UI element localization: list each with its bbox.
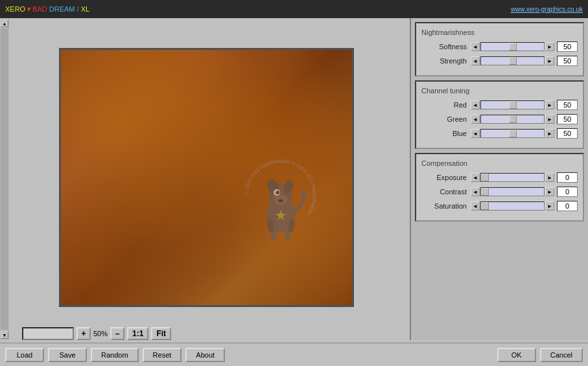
green-value[interactable]: 50 — [557, 114, 578, 124]
contrast-right-arrow[interactable]: ► — [545, 187, 554, 196]
app-title: XERO▼BAD DREAM / XL — [5, 5, 89, 13]
green-right-arrow[interactable]: ► — [545, 115, 554, 124]
preview-container: © 2008-2011 HappyRatplan © 2008-2011 Hap… — [9, 18, 410, 340]
exposure-left-arrow[interactable]: ◄ — [471, 173, 480, 182]
about-button[interactable]: About — [185, 348, 225, 362]
green-slider-track: ◄ ► — [471, 115, 554, 124]
exposure-value[interactable]: 0 — [557, 172, 578, 183]
red-slider-bar[interactable] — [480, 100, 545, 109]
blue-row: Blue ◄ ► 50 — [421, 128, 578, 139]
saturation-label: Saturation — [421, 202, 467, 210]
reset-button[interactable]: Reset — [143, 348, 182, 362]
strength-slider-bar[interactable] — [480, 56, 545, 65]
blue-thumb[interactable] — [509, 130, 517, 137]
strength-right-arrow[interactable]: ► — [545, 56, 554, 65]
strength-value[interactable]: 50 — [557, 56, 578, 66]
title-arrow: ▼ — [25, 5, 32, 13]
softness-thumb[interactable] — [509, 43, 517, 51]
blue-label: Blue — [421, 130, 467, 137]
exposure-thumb[interactable] — [481, 174, 489, 181]
contrast-slider-bar[interactable] — [480, 187, 545, 196]
title-slash: / — [77, 5, 79, 13]
softness-right-arrow[interactable]: ► — [545, 42, 554, 51]
zoom-fit-button[interactable]: Fit — [151, 327, 171, 340]
channel-tuning-section: Channel tuning Red ◄ ► 50 Green ◄ — [415, 80, 584, 149]
compensation-section: Compensation Exposure ◄ ► 0 Contrast ◄ — [415, 153, 584, 222]
load-button[interactable]: Load — [5, 348, 44, 362]
strength-thumb[interactable] — [509, 57, 517, 65]
right-panel-spacer — [415, 225, 584, 336]
save-button[interactable]: Save — [48, 348, 87, 362]
softness-left-arrow[interactable]: ◄ — [471, 42, 480, 51]
svg-point-8 — [276, 191, 277, 192]
scroll-up-arrow[interactable]: ▲ — [1, 19, 8, 27]
saturation-right-arrow[interactable]: ► — [545, 201, 554, 211]
saturation-left-arrow[interactable]: ◄ — [471, 201, 480, 211]
title-bar: XERO▼BAD DREAM / XL www.xero-graphics.co… — [0, 0, 588, 18]
title-xero: XERO — [5, 5, 25, 13]
softness-slider-bar[interactable] — [480, 42, 545, 51]
strength-slider-track: ◄ ► — [471, 56, 554, 65]
exposure-label: Exposure — [421, 174, 467, 181]
red-row: Red ◄ ► 50 — [421, 100, 578, 110]
red-thumb[interactable] — [509, 101, 517, 109]
strength-row: Strength ◄ ► 50 — [421, 56, 578, 66]
preview-canvas: © 2008-2011 HappyRatplan © 2008-2011 Hap… — [59, 48, 354, 307]
exposure-right-arrow[interactable]: ► — [545, 173, 554, 182]
saturation-thumb[interactable] — [481, 202, 489, 210]
softness-slider-track: ◄ ► — [471, 42, 554, 51]
zoom-ratio-button[interactable]: 1:1 — [127, 327, 148, 340]
scroll-track — [1, 29, 8, 330]
dog-watermark: © 2008-2011 HappyRatplan © 2008-2011 Hap… — [239, 153, 323, 250]
exposure-row: Exposure ◄ ► 0 — [421, 172, 578, 183]
red-right-arrow[interactable]: ► — [545, 100, 554, 109]
nightmarishness-label: Nightmarishness — [421, 29, 578, 36]
contrast-left-arrow[interactable]: ◄ — [471, 187, 480, 196]
green-slider-bar[interactable] — [480, 115, 545, 124]
saturation-row: Saturation ◄ ► 0 — [421, 201, 578, 211]
title-dream: DREAM — [49, 5, 75, 13]
contrast-slider-track: ◄ ► — [471, 187, 554, 196]
ok-button[interactable]: OK — [497, 348, 536, 362]
zoom-display-box — [22, 327, 74, 340]
random-button[interactable]: Random — [91, 348, 139, 362]
zoom-in-button[interactable]: + — [76, 327, 91, 340]
saturation-slider-bar[interactable] — [480, 201, 545, 211]
blue-slider-bar[interactable] — [480, 129, 545, 138]
softness-value[interactable]: 50 — [557, 41, 578, 52]
exposure-slider-track: ◄ ► — [471, 173, 554, 182]
saturation-slider-track: ◄ ► — [471, 201, 554, 211]
red-value[interactable]: 50 — [557, 100, 578, 110]
softness-row: Softness ◄ ► 50 — [421, 41, 578, 52]
blue-right-arrow[interactable]: ► — [545, 129, 554, 138]
red-slider-track: ◄ ► — [471, 100, 554, 109]
nightmarishness-section: Nightmarishness Softness ◄ ► 50 Strength… — [415, 22, 584, 76]
scroll-down-arrow[interactable]: ▼ — [1, 331, 8, 339]
svg-point-7 — [276, 190, 279, 194]
contrast-label: Contrast — [421, 188, 467, 196]
blue-value[interactable]: 50 — [557, 128, 578, 139]
zoom-out-button[interactable]: – — [110, 327, 124, 340]
right-panel: Nightmarishness Softness ◄ ► 50 Strength… — [410, 18, 588, 340]
blue-left-arrow[interactable]: ◄ — [471, 129, 480, 138]
strength-left-arrow[interactable]: ◄ — [471, 56, 480, 65]
red-label: Red — [421, 101, 467, 109]
channel-tuning-label: Channel tuning — [421, 87, 578, 95]
strength-label: Strength — [421, 57, 467, 65]
left-scrollbar: ▲ ▼ — [0, 18, 9, 340]
green-row: Green ◄ ► 50 — [421, 114, 578, 124]
cancel-button[interactable]: Cancel — [540, 348, 583, 362]
website-link[interactable]: www.xero-graphics.co.uk — [511, 6, 583, 13]
green-thumb[interactable] — [509, 115, 517, 123]
softness-label: Softness — [421, 43, 467, 51]
saturation-value[interactable]: 0 — [557, 201, 578, 211]
zoom-controls: + 50% – 1:1 Fit — [22, 327, 403, 340]
exposure-slider-bar[interactable] — [480, 173, 545, 182]
compensation-label: Compensation — [421, 159, 578, 167]
contrast-value[interactable]: 0 — [557, 187, 578, 197]
red-left-arrow[interactable]: ◄ — [471, 100, 480, 109]
svg-point-9 — [278, 199, 283, 202]
contrast-row: Contrast ◄ ► 0 — [421, 187, 578, 197]
contrast-thumb[interactable] — [481, 188, 489, 196]
green-left-arrow[interactable]: ◄ — [471, 115, 480, 124]
